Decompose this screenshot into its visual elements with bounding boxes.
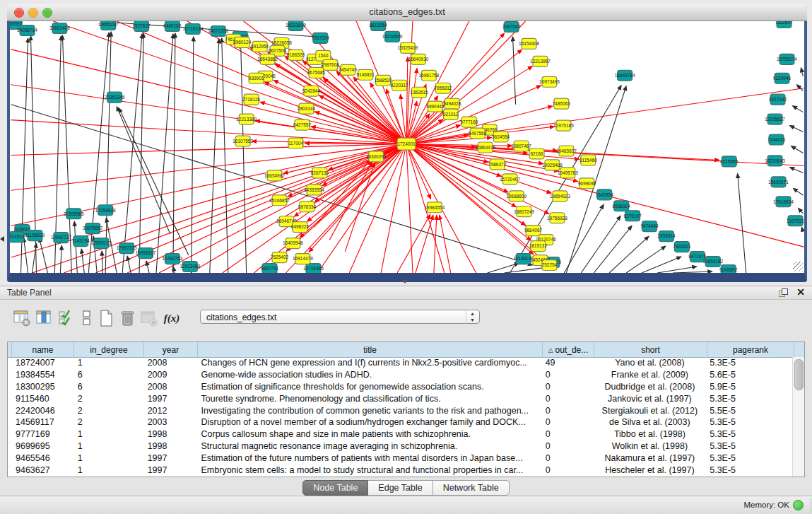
function-builder-icon[interactable]: f(x)	[163, 308, 181, 328]
table-row[interactable]: 977716911998Corpus callosum shape and si…	[8, 428, 793, 440]
cell-out-de-[interactable]: 0	[542, 406, 594, 416]
cell-pagerank[interactable]: 5.3E-5	[706, 394, 793, 404]
memory-ok-indicator-icon[interactable]	[793, 500, 804, 510]
cell-out-de-[interactable]: 49	[542, 358, 594, 368]
column-header-year[interactable]: year	[144, 342, 198, 357]
cell-year[interactable]: 1997	[144, 465, 198, 475]
cell-short[interactable]: Nakamura et al. (1997)	[594, 453, 707, 463]
cell-in-degree[interactable]: 1	[74, 429, 144, 439]
cell-pagerank[interactable]: 5.6E-5	[706, 370, 793, 380]
cell-year[interactable]: 1997	[144, 453, 198, 463]
table-row[interactable]: 1830029562008Estimation of significance …	[8, 381, 793, 393]
cell-in-degree[interactable]: 6	[74, 370, 144, 380]
cell-year[interactable]: 1997	[144, 394, 198, 404]
cell-in-degree[interactable]: 2	[74, 406, 144, 416]
cell-pagerank[interactable]: 5.3E-5	[706, 453, 793, 463]
window-resize-grip[interactable]	[793, 262, 803, 271]
float-window-icon[interactable]	[779, 288, 788, 297]
cell-in-degree[interactable]: 2	[74, 394, 144, 404]
table-row[interactable]: 1938455462009Genome-wide association stu…	[8, 369, 793, 381]
cell-in-degree[interactable]: 1	[74, 465, 144, 475]
cell-short[interactable]: Stergiakouli et al. (2012)	[594, 406, 707, 416]
cell-pagerank[interactable]: 5.9E-5	[706, 382, 793, 392]
cell-pagerank[interactable]: 5.5E-5	[706, 406, 793, 416]
cell-year[interactable]: 2003	[144, 417, 198, 427]
cell-out-de-[interactable]: 0	[542, 429, 594, 439]
close-panel-icon[interactable]: ✕	[796, 286, 805, 298]
network-window[interactable]: citations_edges.txt 35055734055714336914…	[7, 4, 807, 282]
cell-title[interactable]: Tourette syndrome. Phenomenology and cla…	[198, 394, 542, 404]
table-row[interactable]: 911546021997Tourette syndrome. Phenomeno…	[8, 392, 793, 404]
tab-edge-table[interactable]: Edge Table	[368, 480, 433, 496]
cell-name[interactable]: 9777169	[12, 429, 74, 439]
cell-out-de-[interactable]: 0	[542, 394, 594, 404]
column-header-pagerank[interactable]: pagerank	[707, 342, 794, 357]
cell-title[interactable]: Genome-wide association studies in ADHD.	[198, 370, 542, 380]
cell-title[interactable]: Embryonic stem cells: a model to study s…	[198, 465, 542, 475]
row-height-icon[interactable]	[78, 308, 96, 328]
collapsed-panel-arrow-icon[interactable]	[0, 236, 4, 242]
cell-title[interactable]: Structural magnetic resonance image aver…	[198, 441, 542, 451]
table-row[interactable]: 946554611997Estimation of the future num…	[8, 452, 793, 464]
cell-title[interactable]: Investigating the contribution of common…	[198, 406, 542, 416]
cell-name[interactable]: 18724007	[12, 358, 74, 368]
table-row[interactable]: 1456911722003Disruption of a novel membe…	[8, 416, 793, 428]
cell-title[interactable]: Corpus callosum shape and size in male p…	[198, 429, 542, 439]
cell-in-degree[interactable]: 6	[74, 382, 144, 392]
column-header-short[interactable]: short	[594, 342, 707, 357]
divider-handle-icon[interactable]	[402, 280, 408, 284]
cell-name[interactable]: 9115460	[12, 394, 74, 404]
vertical-scrollbar[interactable]	[792, 357, 804, 477]
column-header-title[interactable]: title	[198, 342, 543, 357]
tab-node-table[interactable]: Node Table	[302, 480, 368, 496]
cell-year[interactable]: 2008	[144, 358, 198, 368]
cell-name[interactable]: 19384554	[12, 370, 74, 380]
cell-out-de-[interactable]: 0	[542, 441, 594, 451]
cell-year[interactable]: 2012	[144, 406, 198, 416]
cell-short[interactable]: de Silva et al. (2003)	[594, 417, 707, 427]
cell-year[interactable]: 2009	[144, 370, 198, 380]
cell-year[interactable]: 1998	[144, 429, 198, 439]
cell-short[interactable]: Yano et al. (2008)	[594, 358, 707, 368]
column-header-name[interactable]: name	[12, 342, 74, 357]
table-selector-dropdown[interactable]: citations_edges.txt ▲▼	[200, 310, 480, 324]
network-view[interactable]: 3505573405571433691406106552871527602646…	[10, 21, 804, 273]
graph-canvas[interactable]: 3505573405571433691406106552871527602646…	[10, 21, 804, 273]
cell-short[interactable]: Dudbridge et al. (2008)	[594, 382, 707, 392]
column-header-in-degree[interactable]: in_degree	[74, 342, 144, 357]
window-title-bar[interactable]: citations_edges.txt	[7, 4, 807, 21]
table-row[interactable]: 969969511998Structural magnetic resonanc…	[8, 440, 793, 452]
cell-name[interactable]: 9465546	[12, 453, 74, 463]
cell-name[interactable]: 9699695	[12, 441, 74, 451]
delete-column-icon[interactable]	[119, 308, 137, 328]
cell-pagerank[interactable]: 5.3E-5	[706, 358, 793, 368]
cell-out-de-[interactable]: 0	[542, 382, 594, 392]
cell-out-de-[interactable]: 0	[542, 453, 594, 463]
cell-short[interactable]: Tibbo et al. (1998)	[594, 429, 707, 439]
cell-in-degree[interactable]: 1	[74, 453, 144, 463]
tab-network-table[interactable]: Network Table	[433, 480, 510, 496]
cell-name[interactable]: 18300295	[12, 382, 74, 392]
scrollbar-thumb[interactable]	[794, 359, 804, 390]
cell-name[interactable]: 9463627	[12, 465, 74, 475]
cell-name[interactable]: 14569117	[12, 417, 74, 427]
cell-pagerank[interactable]: 5.3E-5	[706, 441, 793, 451]
cell-out-de-[interactable]: 0	[542, 370, 594, 380]
cell-pagerank[interactable]: 5.3E-5	[706, 417, 793, 427]
new-column-icon[interactable]	[98, 308, 116, 328]
column-header-out-de-[interactable]: △out_de...	[543, 342, 594, 357]
table-row[interactable]: 1872400712008Changes of HCN gene express…	[8, 357, 793, 369]
cell-in-degree[interactable]: 1	[74, 441, 144, 451]
cell-short[interactable]: Franke et al. (2009)	[594, 370, 707, 380]
cell-pagerank[interactable]: 5.3E-5	[706, 429, 793, 439]
select-all-icon[interactable]	[58, 308, 76, 328]
cell-name[interactable]: 22420046	[12, 406, 74, 416]
cell-year[interactable]: 2008	[144, 382, 198, 392]
column-visibility-icon[interactable]	[35, 308, 54, 328]
cell-title[interactable]: Changes of HCN gene expression and I(f) …	[198, 358, 542, 368]
cell-in-degree[interactable]: 2	[74, 417, 144, 427]
cell-in-degree[interactable]: 1	[74, 358, 144, 368]
cell-title[interactable]: Disruption of a novel member of a sodium…	[198, 417, 542, 427]
cell-short[interactable]: Hescheler et al. (1997)	[594, 465, 707, 475]
cell-out-de-[interactable]: 0	[542, 465, 594, 475]
